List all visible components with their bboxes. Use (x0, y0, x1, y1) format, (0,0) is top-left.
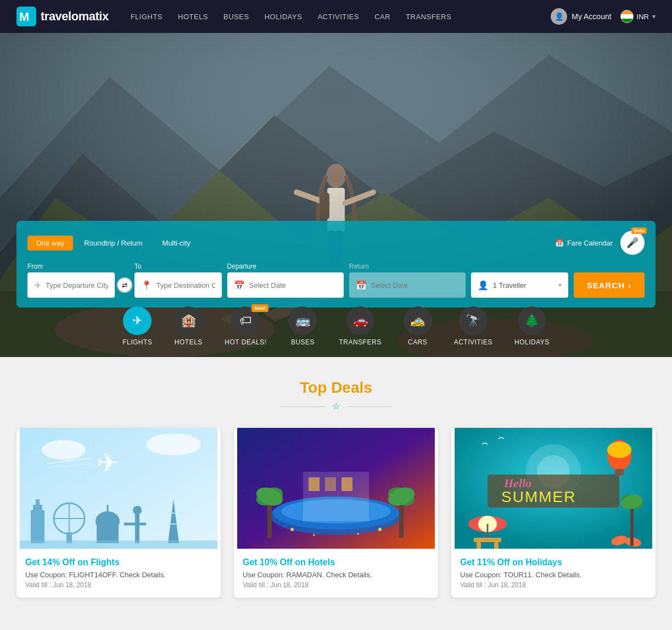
currency-label: INR (637, 13, 649, 21)
svg-rect-25 (31, 510, 44, 543)
departure-label: Departure (227, 263, 344, 270)
flights-icon-circle: ✈ (123, 306, 152, 335)
deal-card-holidays[interactable]: Hello SUMMER (451, 428, 656, 598)
return-date-field[interactable]: 📅 (349, 272, 466, 298)
search-fields: From ✈ ⇄ To 📍 Departure (27, 263, 645, 298)
swap-cities-btn[interactable]: ⇄ (117, 277, 132, 293)
cat-hotdeals-label: HOT DEALS! (225, 338, 266, 346)
nav-car[interactable]: CAR (374, 13, 390, 21)
cat-hotdeals[interactable]: 🏷 New! HOT DEALS! (225, 306, 266, 346)
fare-calendar-btn[interactable]: 📅 Fare Calendar (555, 239, 613, 247)
svg-point-59 (378, 528, 382, 531)
logo-icon: M (16, 7, 36, 26)
cat-transfers[interactable]: 🚗 TRANSFERS (339, 306, 381, 346)
currency-area[interactable]: INR ▾ (620, 10, 656, 23)
svg-point-21 (146, 433, 201, 455)
nav-hotels[interactable]: HOTELS (178, 13, 208, 21)
hotels-icon-circle: 🏨 (174, 306, 203, 335)
search-panel: One way Roundtrip / Return Multi-city 📅 … (16, 221, 656, 308)
departure-date-field[interactable]: 📅 (227, 272, 344, 298)
flag-icon (620, 10, 634, 23)
from-to-group: From ✈ ⇄ To 📍 (27, 263, 222, 298)
cat-buses[interactable]: 🚌 BUSES (288, 306, 317, 346)
trip-type-row: One way Roundtrip / Return Multi-city 📅 … (27, 231, 645, 255)
header-right: 👤 My Account INR ▾ (551, 8, 656, 25)
departure-date-input[interactable] (249, 281, 337, 289)
cat-flights[interactable]: ✈ FLIGHTS (122, 306, 152, 346)
departure-city-input[interactable] (46, 281, 108, 289)
search-btn-label: SEARCH (587, 281, 625, 290)
deal-card-hotels[interactable]: Get 10% Off on Hotels Use Coupon: RAMADA… (234, 428, 438, 598)
header: M travelomatix FLIGHTS HOTELS BUSES HOLI… (0, 0, 672, 33)
account-area[interactable]: 👤 My Account (551, 8, 611, 25)
destination-city-input[interactable] (156, 281, 215, 289)
nav-transfers[interactable]: TRANSFERS (406, 13, 451, 21)
traveller-field-group: 👤 1 Traveller ▾ (471, 263, 568, 298)
from-field: ✈ (27, 272, 115, 298)
traveller-spacer (471, 263, 568, 270)
deal-title-flights: Get 14% Off on Flights (25, 557, 212, 567)
nav-holidays[interactable]: HOLIDAYS (265, 13, 303, 21)
to-field-group: To 📍 (135, 263, 222, 298)
account-label: My Account (572, 12, 611, 21)
deal-image-holidays: Hello SUMMER (451, 428, 656, 549)
to-field: 📍 (135, 272, 222, 298)
deal-image-flights: ✈ (16, 428, 221, 549)
search-button[interactable]: SEARCH › (574, 272, 645, 298)
deal-info-flights: Get 14% Off on Flights Use Coupon: FLIGH… (16, 549, 221, 598)
cat-cars-label: CARS (408, 338, 427, 346)
deal-desc-flights: Use Coupon: FLIGHT14OFF. Check Details. (25, 571, 212, 579)
svg-rect-48 (325, 477, 336, 491)
category-bar: ✈ FLIGHTS 🏨 HOTELS 🏷 New! HOT DEALS! 🚌 B… (0, 301, 672, 352)
from-label: From (27, 263, 115, 270)
deals-grid: ✈ (16, 428, 656, 598)
deal-card-flights[interactable]: ✈ (16, 428, 221, 598)
nav-activities[interactable]: ACTIVITIES (317, 13, 359, 21)
svg-rect-76 (615, 469, 624, 476)
buses-icon-circle: 🚌 (288, 306, 317, 335)
return-date-input[interactable] (371, 281, 459, 289)
person-icon: 👤 (478, 280, 489, 291)
cat-flights-label: FLIGHTS (122, 338, 152, 346)
cat-hotels-label: HOTELS (175, 338, 203, 346)
nav-flights[interactable]: FLIGHTS (131, 13, 163, 21)
traveller-field[interactable]: 👤 1 Traveller ▾ (471, 272, 568, 298)
cat-holidays[interactable]: 🌲 HOLIDAYS (514, 306, 550, 346)
svg-rect-71 (494, 542, 499, 549)
one-way-btn[interactable]: One way (27, 236, 73, 250)
return-label: Return (349, 263, 466, 270)
deal-validity-hotels: Valid till : Jun 18, 2018 (243, 581, 429, 589)
from-field-group: From ✈ (27, 263, 115, 298)
calendar-ret-icon: 📅 (356, 280, 367, 291)
nav-buses[interactable]: BUSES (223, 13, 249, 21)
return-field-group: Return 📅 (349, 263, 466, 298)
star-icon: ☆ (332, 402, 340, 411)
search-btn-arrow: › (628, 281, 631, 290)
logo-area[interactable]: M travelomatix (16, 7, 109, 26)
new-badge: New! (251, 304, 269, 312)
svg-rect-27 (36, 499, 40, 506)
deal-desc-holidays: Use Coupon: TOUR11. Check Details. (460, 571, 647, 579)
svg-rect-69 (474, 538, 501, 542)
svg-point-58 (357, 533, 359, 535)
svg-text:M: M (19, 10, 29, 24)
deal-image-hotels (234, 428, 438, 549)
hero-section: One way Roundtrip / Return Multi-city 📅 … (0, 33, 672, 357)
top-deals-title: Top Deals (16, 379, 656, 397)
traveller-value: 1 Traveller (493, 281, 554, 289)
holidays-icon-circle: 🌲 (518, 306, 546, 335)
beta-badge: Beta (631, 227, 647, 234)
cat-cars[interactable]: 🚕 CARS (404, 306, 432, 346)
roundtrip-btn[interactable]: Roundtrip / Return (75, 236, 151, 250)
departure-field-group: Departure 📅 (227, 263, 344, 298)
cat-activities-label: ACTIVITIES (454, 338, 492, 346)
deal-validity-flights: Valid till : Jun 18, 2018 (25, 581, 212, 589)
transfers-icon-circle: 🚗 (346, 306, 374, 335)
cat-transfers-label: TRANSFERS (339, 338, 381, 346)
cat-activities[interactable]: 🔭 ACTIVITIES (454, 306, 492, 346)
cat-holidays-label: HOLIDAYS (514, 338, 550, 346)
cat-hotels[interactable]: 🏨 HOTELS (174, 306, 203, 346)
voice-search-btn[interactable]: 🎤 Beta (620, 231, 645, 255)
svg-point-75 (607, 442, 631, 458)
multicity-btn[interactable]: Multi-city (154, 236, 199, 250)
